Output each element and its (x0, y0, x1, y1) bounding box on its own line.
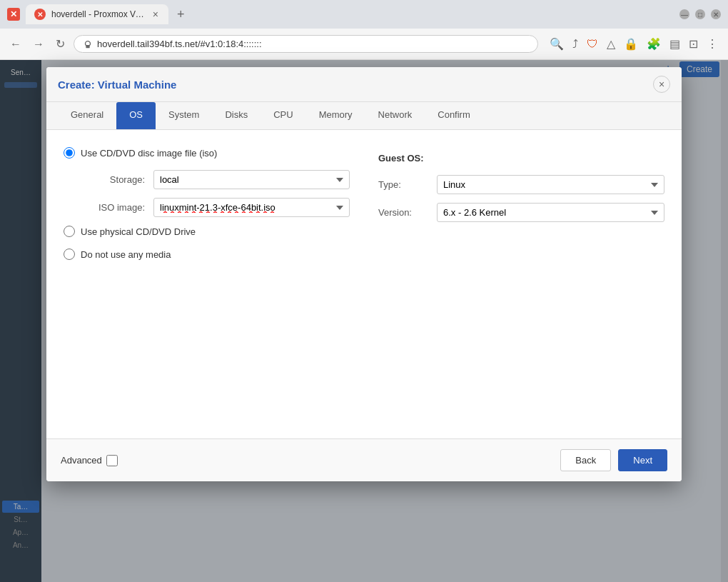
dialog-body: Use CD/DVD disc image file (iso) Storage… (46, 130, 682, 438)
window-close-btn[interactable]: ✕ (711, 9, 721, 19)
brave-shield-btn[interactable]: 🛡 (584, 34, 601, 54)
dialog-tabs: General OS System Disks CPU Memory Netwo… (46, 102, 682, 130)
menu-btn[interactable]: ⋮ (704, 34, 721, 54)
tab-title: hoverdell - Proxmox Virt… (51, 9, 146, 19)
next-button[interactable]: Next (618, 449, 667, 471)
tab-cpu[interactable]: CPU (261, 102, 305, 129)
svg-rect-1 (86, 44, 89, 47)
lock-icon (83, 39, 93, 49)
guest-version-label: Version: (378, 207, 428, 218)
window-minimize-btn[interactable]: — (679, 9, 689, 19)
guest-type-label: Type: (378, 179, 428, 190)
advanced-checkbox[interactable] (106, 455, 118, 466)
no-media-radio[interactable] (64, 249, 75, 260)
brave-rewards-btn[interactable]: △ (604, 34, 618, 54)
form-right: Guest OS: Type: Linux Windows Solaris Ot… (378, 147, 664, 271)
use-iso-radio[interactable] (64, 147, 75, 159)
create-vm-dialog: Create: Virtual Machine × General OS Sys… (46, 67, 682, 481)
guest-os-title: Guest OS: (378, 153, 664, 164)
use-physical-radio[interactable] (64, 226, 75, 237)
page-background: Sen… Ta… St… Ap… An… lp Create Create: V… (0, 60, 728, 582)
toolbar-icons: 🔍 ⤴ 🛡 △ 🔒 🧩 ▤ ⊡ ⋮ (547, 34, 721, 54)
title-bar-left: ✕ (7, 8, 20, 21)
form-section: Use CD/DVD disc image file (iso) Storage… (64, 147, 664, 271)
advanced-section: Advanced (61, 455, 118, 466)
dialog-footer: Advanced Back Next (46, 438, 682, 481)
tab-favicon: ✕ (34, 9, 46, 20)
use-physical-label: Use physical CD/DVD Drive (81, 226, 196, 237)
iso-row: ISO image: linuxmint-21.3-xfce-64bit.iso (81, 198, 350, 217)
address-bar[interactable]: hoverdell.tail394bf.ts.net/#v1:0:18:4:::… (74, 35, 538, 53)
tab-close-btn[interactable]: × (151, 9, 160, 20)
window-maximize-btn[interactable]: □ (695, 9, 705, 19)
bitwarden-btn[interactable]: 🔒 (621, 34, 641, 54)
storage-label: Storage: (81, 174, 145, 185)
use-iso-option[interactable]: Use CD/DVD disc image file (iso) (64, 147, 350, 159)
browser-tab-active[interactable]: ✕ hoverdell - Proxmox Virt… × (26, 4, 168, 24)
iso-label: ISO image: (81, 202, 145, 213)
back-button[interactable]: Back (560, 449, 611, 471)
tab-network[interactable]: Network (365, 102, 425, 129)
no-media-label: Do not use any media (81, 249, 171, 260)
tab-system[interactable]: System (156, 102, 212, 129)
tab-general[interactable]: General (58, 102, 116, 129)
guest-type-row: Type: Linux Windows Solaris Other (378, 175, 664, 194)
zoom-btn[interactable]: 🔍 (547, 34, 567, 54)
proxmox-favicon: ✕ (7, 8, 20, 21)
browser-titlebar: ✕ ✕ hoverdell - Proxmox Virt… × + — □ ✕ (0, 0, 728, 29)
browser-chrome: ✕ ✕ hoverdell - Proxmox Virt… × + — □ ✕ … (0, 0, 728, 60)
guest-type-select[interactable]: Linux Windows Solaris Other (437, 175, 664, 194)
advanced-label: Advanced (61, 455, 102, 466)
tab-memory[interactable]: Memory (306, 102, 365, 129)
use-physical-option[interactable]: Use physical CD/DVD Drive (64, 226, 350, 237)
nav-back-btn[interactable]: ← (7, 35, 24, 54)
new-tab-button[interactable]: + (174, 7, 188, 22)
tab-os[interactable]: OS (116, 102, 156, 129)
share-btn[interactable]: ⤴ (570, 34, 581, 54)
dialog-title: Create: Virtual Machine (58, 79, 176, 91)
screenshot-btn[interactable]: ⊡ (686, 34, 701, 54)
use-iso-label: Use CD/DVD disc image file (iso) (81, 148, 217, 159)
iso-select[interactable]: linuxmint-21.3-xfce-64bit.iso (153, 198, 350, 217)
storage-row: Storage: local (81, 170, 350, 189)
dialog-header: Create: Virtual Machine × (46, 67, 682, 102)
browser-toolbar: ← → ↻ hoverdell.tail394bf.ts.net/#v1:0:1… (0, 29, 728, 60)
sidebar-toggle-btn[interactable]: ▤ (667, 34, 683, 54)
tab-disks[interactable]: Disks (212, 102, 261, 129)
extensions-btn[interactable]: 🧩 (644, 34, 664, 54)
guest-version-select[interactable]: 6.x - 2.6 Kernel 5.x - 2.6 Kernel 4.x - … (437, 203, 664, 222)
address-text: hoverdell.tail394bf.ts.net/#v1:0:18:4:::… (97, 39, 529, 49)
dialog-close-button[interactable]: × (653, 76, 670, 93)
nav-forward-btn[interactable]: → (30, 35, 47, 54)
guest-version-row: Version: 6.x - 2.6 Kernel 5.x - 2.6 Kern… (378, 203, 664, 222)
tab-confirm[interactable]: Confirm (425, 102, 483, 129)
form-left: Use CD/DVD disc image file (iso) Storage… (64, 147, 350, 271)
storage-select[interactable]: local (153, 170, 350, 189)
nav-reload-btn[interactable]: ↻ (53, 34, 68, 54)
window-controls: — □ ✕ (679, 9, 721, 19)
no-media-option[interactable]: Do not use any media (64, 249, 350, 260)
dialog-overlay: Create: Virtual Machine × General OS Sys… (0, 60, 728, 582)
